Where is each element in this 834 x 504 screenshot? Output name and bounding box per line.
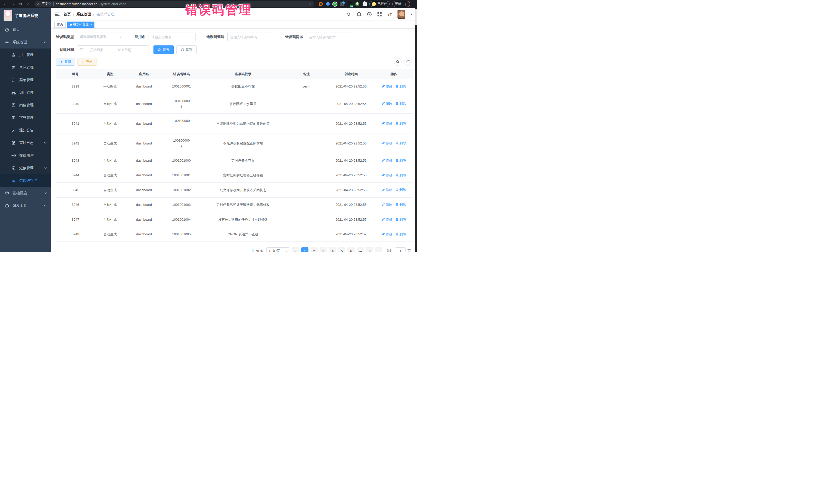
refresh-button[interactable] — [404, 58, 412, 66]
browser-menu-icon[interactable]: ⋮ — [404, 2, 408, 6]
sidebar-item-errcode[interactable]: 错误码管理 — [0, 174, 51, 187]
delete-link[interactable]: 删除 — [395, 158, 406, 163]
date-end-input[interactable] — [113, 48, 136, 52]
extension-list-icon[interactable]: on — [348, 2, 352, 6]
edit-link[interactable]: 修改 — [382, 101, 392, 106]
app-name-input[interactable] — [151, 35, 193, 39]
date-range-picker[interactable]: - — [77, 45, 149, 54]
edit-link[interactable]: 修改 — [382, 202, 392, 207]
delete-link[interactable]: 删除 — [395, 140, 406, 146]
org-tree-icon — [11, 90, 16, 95]
export-button[interactable]: 导出 — [78, 58, 96, 66]
reload-icon[interactable]: ↻ — [18, 2, 23, 6]
cell-msg: 只有开启状态的任务，才可以修改 — [200, 212, 286, 227]
extension-y-icon[interactable] — [333, 2, 337, 6]
address-bar[interactable]: ⚠ 不安全 dashboard.yudao.iocoder.cn/system/… — [35, 1, 314, 7]
page-button-3[interactable]: 3 — [320, 247, 327, 252]
delete-link[interactable]: 删除 — [395, 101, 406, 106]
edit-link[interactable]: 修改 — [382, 172, 392, 178]
extension-donut-icon[interactable] — [319, 2, 323, 6]
cell-created: 2021-04-20 23:52:56 — [327, 114, 375, 133]
profile-paused-pill[interactable]: 已暂停 — [369, 1, 390, 7]
toggle-search-button[interactable] — [394, 58, 402, 66]
help-icon[interactable] — [367, 12, 372, 17]
font-size-icon[interactable]: ᴛT — [387, 12, 392, 17]
delete-link[interactable]: 删除 — [395, 187, 406, 193]
close-icon[interactable]: × — [90, 23, 92, 26]
edit-link[interactable]: 修改 — [382, 217, 392, 222]
scrollbar-thumb[interactable] — [415, 9, 417, 25]
bookmark-star-icon[interactable]: ☆ — [308, 2, 311, 6]
edit-link[interactable]: 修改 — [382, 84, 392, 89]
reset-button[interactable]: 重置 — [176, 45, 197, 54]
window-scrollbar[interactable] — [415, 8, 417, 252]
page-button-5[interactable]: 5 — [338, 247, 345, 252]
edit-link[interactable]: 修改 — [382, 120, 392, 126]
tab-home[interactable]: 首页 — [54, 22, 66, 28]
page-button-8[interactable]: 8 — [366, 247, 373, 252]
page-size-select[interactable]: 10条/页 — [266, 247, 290, 252]
error-msg-input[interactable] — [309, 35, 350, 39]
table-row: 3942自动生成dashboard100100000 4不允许获取敏感配置到前端… — [56, 133, 413, 153]
search-button[interactable]: 搜索 — [153, 45, 174, 54]
next-page-button[interactable]: › — [375, 247, 382, 252]
sidebar-item-role[interactable]: 角色管理 — [0, 61, 51, 74]
date-start-input[interactable] — [85, 48, 109, 52]
delete-link[interactable]: 删除 — [395, 172, 406, 178]
extension-gem-icon[interactable] — [325, 2, 330, 6]
table-row: 3943自动生成dashboard1001001000定时任务不存在2021-0… — [56, 153, 413, 168]
sidebar-item-online[interactable]: 在线用户 — [0, 149, 51, 162]
cell-code: 1001001001 — [163, 168, 200, 183]
error-type-select[interactable]: 请选择错误码类型 — [77, 32, 124, 41]
delete-link[interactable]: 删除 — [395, 84, 406, 89]
add-button[interactable]: 新增 — [56, 58, 75, 66]
delete-link[interactable]: 删除 — [395, 232, 406, 237]
delete-link[interactable]: 删除 — [395, 217, 406, 222]
extension-plant-icon[interactable] — [355, 2, 359, 6]
delete-link[interactable]: 删除 — [395, 202, 406, 207]
sidebar-item-home[interactable]: 首页 — [0, 23, 51, 36]
home-icon[interactable]: ⌂ — [26, 2, 31, 6]
sidebar-item-infra[interactable]: 基础设施 — [0, 187, 51, 199]
breadcrumb-parent[interactable]: 系统管理 — [76, 12, 91, 17]
sidebar-item-sms[interactable]: 短信管理 — [0, 162, 51, 174]
sidebar-toggle-icon[interactable] — [55, 13, 60, 16]
delete-link[interactable]: 删除 — [395, 120, 406, 126]
prev-page-button[interactable]: ‹ — [292, 247, 299, 252]
breadcrumb-home[interactable]: 首页 — [64, 12, 71, 17]
sidebar-item-dept[interactable]: 部门管理 — [0, 86, 51, 99]
table-row: 3941自动生成dashboard100100000 3不能删除类型为系统内置的… — [56, 114, 413, 133]
sidebar-item-post[interactable]: 岗位管理 — [0, 99, 51, 111]
update-pill[interactable]: 更新 ⋮ — [392, 1, 410, 7]
page-button-1[interactable]: 1 — [301, 247, 308, 252]
error-code-input[interactable] — [230, 35, 271, 39]
sidebar-item-devtool[interactable]: 研发工具 — [0, 199, 51, 212]
page-button-4[interactable]: 4 — [329, 247, 336, 252]
app-logo[interactable]: 芋道管理系统 — [0, 8, 51, 23]
edit-link[interactable]: 修改 — [382, 187, 392, 193]
sidebar-item-audit[interactable]: 审计日志 — [0, 136, 51, 149]
header-search-icon[interactable] — [346, 12, 351, 17]
back-icon[interactable]: ← — [3, 2, 8, 6]
sidebar-item-system[interactable]: 系统管理 — [0, 36, 51, 48]
page-button-6[interactable]: 6 — [348, 247, 355, 252]
sidebar-item-menu[interactable]: 菜单管理 — [0, 74, 51, 86]
extension-grid-icon[interactable] — [340, 2, 344, 6]
page-button-2[interactable]: 2 — [310, 247, 318, 252]
sidebar-item-notice[interactable]: 通知公告 — [0, 124, 51, 136]
page-ellipsis[interactable]: ••• — [357, 247, 364, 252]
cell-id: 3940 — [56, 94, 95, 114]
fullscreen-icon[interactable] — [377, 12, 382, 17]
extensions-puzzle-icon[interactable] — [363, 2, 367, 6]
edit-link[interactable]: 修改 — [382, 140, 392, 146]
forward-icon[interactable]: → — [10, 2, 15, 6]
github-icon[interactable] — [356, 12, 361, 17]
sidebar-item-user[interactable]: 用户管理 — [0, 48, 51, 61]
edit-link[interactable]: 修改 — [382, 158, 392, 163]
goto-page-input[interactable] — [395, 247, 406, 252]
avatar-caret-icon[interactable]: ▼ — [410, 13, 413, 16]
edit-link[interactable]: 修改 — [382, 232, 392, 237]
tab-errcode[interactable]: 错误码管理 × — [67, 22, 94, 28]
sidebar-item-dict[interactable]: 字典管理 — [0, 111, 51, 124]
user-avatar[interactable] — [397, 10, 405, 19]
